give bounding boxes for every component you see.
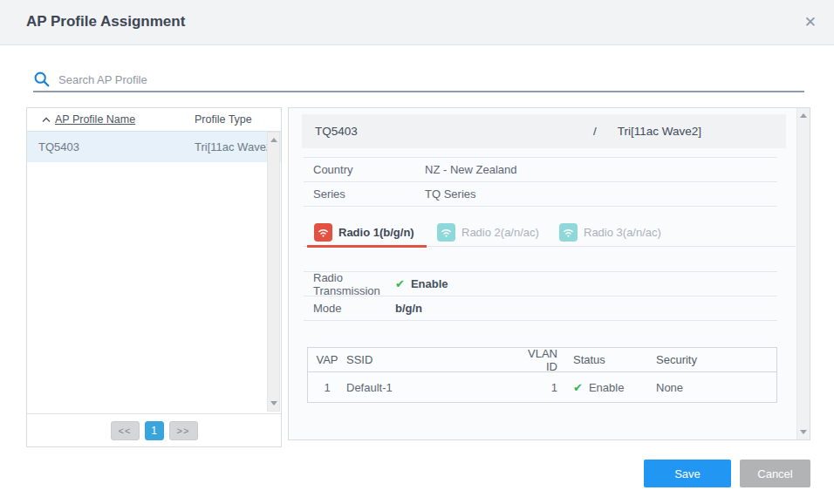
- dialog-footer: Save Cancel: [644, 460, 810, 487]
- vap-col-header: VAP: [308, 353, 346, 366]
- search-input[interactable]: [58, 73, 804, 86]
- tab-radio-3[interactable]: Radio 3(a/n/ac): [549, 218, 688, 246]
- detail-profile-type: Tri[11ac Wave2]: [618, 125, 701, 138]
- tab-radio-2[interactable]: Radio 2(a/n/ac): [427, 218, 549, 246]
- profile-type-cell: Tri[11ac Wave2]: [195, 140, 276, 153]
- country-label: Country: [304, 163, 425, 176]
- scroll-down-icon[interactable]: [800, 430, 807, 434]
- scroll-down-icon[interactable]: [270, 401, 277, 405]
- pagination-next-button[interactable]: >>: [169, 421, 198, 440]
- radio-transmission-label: Radio Transmission: [304, 271, 395, 297]
- save-button[interactable]: Save: [644, 460, 731, 487]
- pagination-page-1-button[interactable]: 1: [145, 421, 164, 440]
- detail-info-table: Country NZ - New Zealand Series TQ Serie…: [304, 157, 777, 207]
- radio-transmission-value: Enable: [411, 277, 448, 290]
- column-label: AP Profile Name: [55, 113, 135, 126]
- series-label: Series: [304, 187, 425, 201]
- profile-list-body: TQ5403 Tri[11ac Wave2]: [27, 132, 281, 413]
- vap-table: VAP SSID VLAN ID Status Security 1 Defau…: [307, 347, 777, 403]
- vlan-cell: 1: [519, 381, 557, 394]
- column-header-ap-profile-name[interactable]: AP Profile Name: [42, 113, 135, 126]
- profile-name-cell: TQ5403: [38, 140, 79, 153]
- vlan-col-header: VLAN ID: [519, 347, 557, 373]
- ssid-col-header: SSID: [346, 353, 519, 366]
- detail-separator: /: [593, 125, 597, 138]
- tab-radio-1[interactable]: Radio 1(b/g/n): [304, 218, 427, 246]
- dialog-title: AP Profile Assignment: [26, 13, 185, 31]
- detail-profile-name: TQ5403: [315, 125, 358, 138]
- scroll-up-icon[interactable]: [800, 113, 807, 118]
- tab-label: Radio 2(a/n/ac): [461, 226, 539, 239]
- check-icon: ✔: [573, 381, 583, 394]
- status-col-header: Status: [573, 353, 656, 366]
- country-value: NZ - New Zealand: [425, 163, 516, 176]
- detail-scrollbar[interactable]: [796, 108, 810, 439]
- list-scrollbar[interactable]: [267, 132, 280, 412]
- detail-header-bar: TQ5403 / Tri[11ac Wave2]: [302, 114, 786, 148]
- status-value: Enable: [589, 381, 624, 394]
- dialog-header: AP Profile Assignment ✕: [0, 0, 834, 45]
- detail-content: TQ5403 / Tri[11ac Wave2] Country NZ - Ne…: [304, 108, 777, 403]
- mode-value: b/g/n: [395, 302, 422, 315]
- scroll-up-icon[interactable]: [270, 138, 277, 142]
- search-icon: [33, 71, 51, 88]
- wifi-icon: [437, 223, 455, 242]
- cancel-button[interactable]: Cancel: [740, 460, 810, 487]
- security-cell: None: [656, 381, 776, 394]
- profile-list-header: AP Profile Name Profile Type: [27, 108, 281, 132]
- pagination: << 1 >>: [27, 413, 281, 446]
- pagination-prev-button[interactable]: <<: [111, 421, 140, 440]
- wifi-icon: [314, 223, 332, 242]
- vap-cell: 1: [308, 381, 346, 394]
- profile-row-selected[interactable]: TQ5403 Tri[11ac Wave2]: [27, 132, 281, 162]
- column-header-profile-type: Profile Type: [195, 113, 252, 126]
- radio-tabs: Radio 1(b/g/n) Radio 2(a/n/ac): [304, 218, 796, 247]
- wifi-icon: [559, 223, 578, 242]
- profile-list-panel: AP Profile Name Profile Type TQ5403 Tri[…: [26, 107, 282, 447]
- info-row-country: Country NZ - New Zealand: [304, 158, 777, 182]
- mode-label: Mode: [304, 302, 395, 315]
- close-icon[interactable]: ✕: [804, 13, 817, 32]
- vap-table-header: VAP SSID VLAN ID Status Security: [308, 348, 776, 372]
- search-bar: [33, 68, 804, 92]
- radio-settings-table: Radio Transmission ✔ Enable Mode b/g/n: [304, 271, 777, 321]
- tab-label: Radio 3(a/n/ac): [584, 226, 661, 239]
- check-icon: ✔: [395, 277, 405, 290]
- info-row-series: Series TQ Series: [304, 182, 777, 207]
- tab-label: Radio 1(b/g/n): [338, 226, 414, 239]
- series-value: TQ Series: [425, 187, 476, 201]
- status-cell: ✔ Enable: [573, 381, 656, 394]
- profile-detail-panel: TQ5403 / Tri[11ac Wave2] Country NZ - Ne…: [288, 107, 810, 440]
- radio-transmission-row: Radio Transmission ✔ Enable: [304, 272, 777, 296]
- mode-row: Mode b/g/n: [304, 296, 777, 321]
- detail-profile-type-group: / Tri[11ac Wave2]: [593, 125, 786, 138]
- vap-table-row: 1 Default-1 1 ✔ Enable None: [308, 372, 776, 402]
- ssid-cell: Default-1: [346, 381, 519, 394]
- active-tab-underline: [307, 245, 427, 248]
- security-col-header: Security: [656, 353, 776, 366]
- sort-asc-icon: [42, 117, 51, 123]
